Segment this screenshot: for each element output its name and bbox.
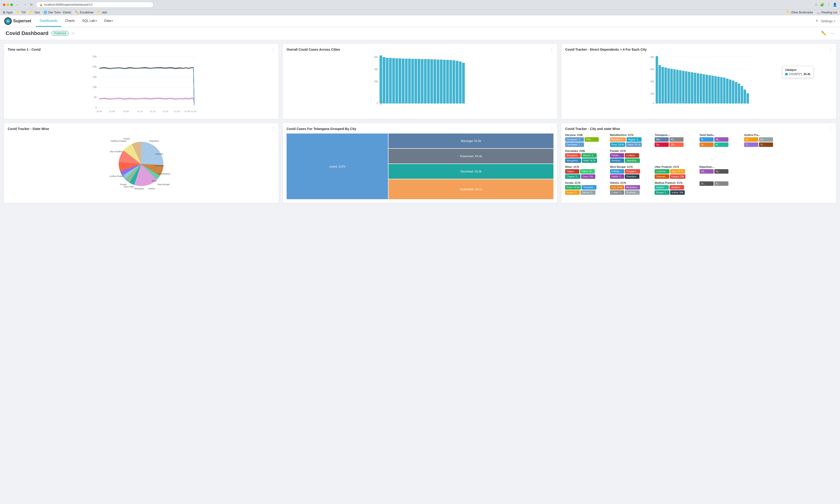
- nav-charts[interactable]: Charts: [61, 15, 79, 27]
- bookmark-excalidraw[interactable]: ✏️ Excalidraw: [75, 11, 93, 14]
- hy-cell: Hy...: [714, 137, 728, 142]
- direct-dependents-svg: 40k 30k 20k 10k 0: [565, 54, 832, 115]
- folder-icon: 📁: [16, 11, 20, 14]
- svg-text:21:20: 21:20: [162, 110, 168, 113]
- svg-text:Bihar: Bihar: [152, 180, 157, 182]
- treemap-left-panel: count: 217k: [287, 133, 388, 199]
- menu-icon[interactable]: ⋮: [827, 3, 830, 7]
- city-state-menu-button[interactable]: ⋮: [828, 126, 833, 132]
- state-rajasthan2-section: Jo... Aj...: [700, 181, 743, 195]
- settings-button[interactable]: Settings ▾: [821, 19, 835, 23]
- direct-dependents-title: Covid Tracker - Direct Dependents > 4 Fo…: [565, 48, 832, 51]
- bookmark-apps[interactable]: ⊞ Apps: [3, 11, 13, 14]
- pune-row: Pune: 54.4k Nasik: 54.1k: [610, 142, 653, 147]
- kerala-cities: Kochi: 54.5k Trivendra...: [565, 185, 608, 190]
- treemap-hyderabad: Hyderabad: 54.1k: [389, 179, 554, 199]
- svg-rect-100: [744, 90, 746, 104]
- nav-sqllab[interactable]: SQL Lab ▾: [79, 15, 101, 27]
- reading-list-icon: 📖: [817, 11, 821, 14]
- timeseries-menu-button[interactable]: ⋮: [271, 47, 275, 52]
- svg-text:Karnataka: Karnataka: [154, 164, 164, 167]
- mp-header: Madhya Pradesh: 217k: [655, 181, 698, 184]
- folder-icon-2: 📁: [29, 11, 33, 14]
- forward-button[interactable]: →: [22, 2, 28, 7]
- svg-rect-78: [679, 70, 682, 104]
- svg-text:21:00: 21:00: [109, 110, 115, 113]
- svg-text:Haryana: Haryana: [155, 153, 163, 155]
- extensions-icon[interactable]: 🧩: [820, 3, 824, 7]
- svg-rect-87: [706, 75, 708, 104]
- hyderabad-label: Hyderabad: 54.1k: [460, 188, 482, 191]
- minimize-dot[interactable]: [6, 3, 9, 6]
- state-tamilnadu-section: Tamil Nadu... Ni... Hy... Ve... M...: [700, 133, 743, 148]
- svg-text:60k: 60k: [374, 56, 378, 58]
- maximize-dot[interactable]: [10, 3, 13, 6]
- plus-button[interactable]: +: [816, 19, 818, 23]
- svg-rect-75: [670, 69, 673, 104]
- bookmark-devtools[interactable]: 🌐 Dev Tools - Elastic: [44, 11, 71, 14]
- svg-text:Uttar Pradesh: Uttar Pradesh: [109, 150, 123, 153]
- bookmark-other[interactable]: 📁 Other Bookmarks: [786, 11, 813, 14]
- state-wise-menu-button[interactable]: ⋮: [271, 126, 275, 132]
- edit-button[interactable]: ✏️: [821, 31, 826, 36]
- svg-text:30k: 30k: [650, 68, 655, 71]
- svg-rect-101: [747, 93, 749, 104]
- state-rajasthan-section: Rajasthan:... Ud... Ja...: [700, 165, 743, 180]
- svg-rect-36: [392, 58, 395, 104]
- bookmark-excalidraw-label: Excalidraw: [80, 11, 93, 14]
- bookmark-apps-label: Apps: [6, 11, 13, 14]
- overall-cases-menu-button[interactable]: ⋮: [550, 47, 554, 52]
- favorite-star-icon[interactable]: ☆: [71, 31, 75, 36]
- haldia-cell: Haldia: 5...: [610, 174, 624, 179]
- punjab-cities-2: Amritsar:... Jalandhar...: [610, 158, 653, 163]
- svg-text:21:30: 21:30: [184, 110, 190, 113]
- more-options-button[interactable]: ⋯: [830, 31, 834, 36]
- svg-text:25k: 25k: [92, 55, 97, 58]
- bookmark-reading-list[interactable]: 📖 Reading List: [817, 11, 837, 14]
- ve-cell: Ve...: [700, 142, 714, 147]
- logo-text: Superset: [13, 19, 31, 23]
- svg-rect-86: [703, 74, 705, 104]
- state-telangana-section: Telangana:... Wa... Kh... Sa... Ch...: [655, 133, 698, 148]
- svg-text:Punjab: Punjab: [120, 183, 126, 185]
- back-button[interactable]: ←: [15, 2, 20, 7]
- nav-data[interactable]: Data ▾: [101, 15, 117, 27]
- treemap-khammam: Khammam: 54.4k: [389, 149, 554, 164]
- direct-dependents-chart-card: Covid Tracker - Direct Dependents > 4 Fo…: [561, 44, 836, 119]
- kannur-cell: Kannur: 5...: [580, 190, 596, 195]
- timeseries-svg: 25k 20k 15k 10k 5k 0 20:54 21:00 21:0: [8, 54, 275, 115]
- pune-cell: Pune: 54.4k: [610, 142, 625, 147]
- star-icon[interactable]: ☆: [815, 3, 818, 7]
- warangal-label: Warangal: 54.5k: [461, 139, 481, 143]
- refresh-button[interactable]: ↻: [29, 2, 34, 7]
- svg-rect-39: [402, 59, 404, 104]
- bookmark-yara[interactable]: 📁 Yara: [29, 11, 40, 14]
- superset-logo[interactable]: Superset: [5, 18, 31, 24]
- state-andhra-section: Andhra Pra... An... Ku... Ti... Vi...: [744, 133, 787, 148]
- svg-rect-43: [414, 59, 417, 104]
- telangana-menu-button[interactable]: ⋮: [550, 126, 554, 132]
- bookmark-ebiz[interactable]: 📁 ebiz: [97, 11, 107, 14]
- svg-rect-74: [668, 68, 670, 104]
- westbengal-cities: Kolkata:... Durgapur:...: [610, 169, 653, 174]
- svg-point-0: [5, 18, 11, 24]
- ku-cell: Ku...: [759, 137, 773, 142]
- svg-text:5k: 5k: [94, 96, 97, 98]
- direct-dependents-menu-button[interactable]: ⋮: [828, 47, 833, 52]
- svg-text:20:54: 20:54: [96, 110, 102, 113]
- odisha-cities-2: Cuttak: 5... Rourkela:...: [610, 190, 653, 195]
- logo-icon: [5, 18, 11, 24]
- svg-rect-85: [700, 74, 702, 104]
- nav-dashboards[interactable]: Dashboards: [36, 15, 61, 27]
- close-dot[interactable]: [3, 3, 5, 6]
- svg-rect-51: [440, 59, 442, 104]
- profile-icon[interactable]: 👤: [833, 3, 837, 7]
- svg-rect-42: [411, 59, 414, 104]
- url-bar[interactable]: 🔒 localhost:8088/superset/dashboard/11/: [36, 2, 153, 7]
- browser-action-buttons: ☆ 🧩 ⋮ 👤: [815, 3, 837, 7]
- telangana-chart-card: Covid Cases For Telangana Grouped By Cit…: [282, 123, 558, 203]
- bookmark-tw[interactable]: 📁 TW: [16, 11, 25, 14]
- direct-dependents-chart: 40k 30k 20k 10k 0: [565, 54, 832, 115]
- state-up-section: Uttar Pradesh: 217k Lucknow:... Agra: 54…: [655, 165, 698, 180]
- jabalpur-cell: Jabalpur:...: [669, 185, 684, 190]
